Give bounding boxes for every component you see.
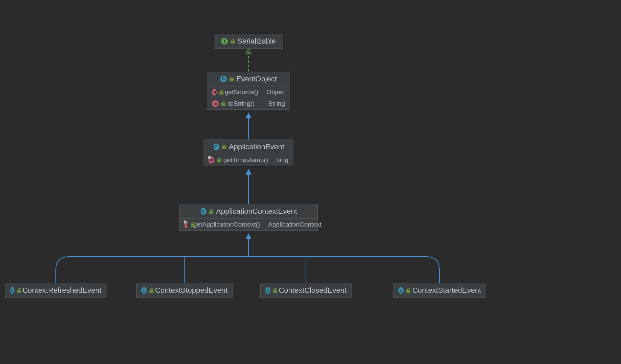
lock-icon [17, 288, 20, 293]
node-header: C ContextClosedEvent [261, 283, 351, 297]
abstract-class-icon: C [200, 208, 207, 215]
method-row: m getTimestamp() long [204, 154, 293, 166]
node-header: C ContextStoppedEvent [137, 283, 232, 297]
return-type: Object [261, 88, 285, 96]
connector-lines [0, 0, 621, 364]
method-icon: m [212, 89, 217, 96]
lock-icon [217, 158, 220, 162]
method-name: getApplicationContext() [193, 221, 260, 228]
class-name: ContextStartedEvent [412, 286, 481, 295]
class-icon: C [10, 287, 15, 294]
method-row: m toString() String [207, 98, 290, 109]
class-name: ContextStoppedEvent [155, 286, 228, 295]
return-type: ApplicationContext [263, 221, 321, 228]
node-header: C EventObject [207, 72, 290, 86]
class-name: ContextClosedEvent [279, 286, 347, 295]
return-type: long [271, 156, 288, 164]
node-header: C ApplicationEvent [204, 140, 293, 154]
node-event-object[interactable]: C EventObject m getSource() Object m toS… [207, 72, 290, 110]
method-row: m getSource() Object [207, 86, 290, 98]
lock-icon [230, 77, 234, 81]
node-context-started[interactable]: C ContextStartedEvent [393, 283, 486, 298]
abstract-class-icon: C [213, 144, 219, 150]
method-icon: m [184, 221, 188, 228]
interface-icon: I [221, 38, 228, 45]
node-header: C ContextRefreshedEvent [5, 283, 106, 297]
class-icon: C [265, 287, 270, 294]
node-application-event[interactable]: C ApplicationEvent m getTimestamp() long [204, 139, 293, 166]
node-context-stopped[interactable]: C ContextStoppedEvent [136, 283, 233, 298]
lock-icon [231, 39, 235, 44]
node-header: I Serializable [214, 34, 283, 48]
class-name: Serializable [237, 37, 276, 46]
method-row: m getApplicationContext() ApplicationCon… [180, 219, 317, 230]
node-header: C ApplicationContextEvent [180, 204, 317, 219]
node-context-closed[interactable]: C ContextClosedEvent [260, 283, 352, 298]
class-name: EventObject [236, 75, 277, 83]
class-icon: C [141, 287, 147, 294]
lock-icon [209, 209, 213, 214]
lock-icon [221, 101, 225, 106]
lock-icon [273, 288, 276, 293]
diagram-canvas: I Serializable C EventObject m getSource… [0, 0, 621, 364]
node-application-context-event[interactable]: C ApplicationContextEvent m getApplicati… [179, 204, 318, 231]
return-type: String [263, 100, 285, 107]
method-icon: m [209, 157, 214, 163]
method-icon: m [212, 100, 219, 107]
node-header: C ContextStartedEvent [393, 283, 486, 297]
class-icon: C [398, 287, 404, 294]
method-name: toString() [228, 100, 255, 107]
class-icon: C [220, 76, 227, 82]
method-name: getSource() [225, 88, 258, 96]
class-name: ContextRefreshedEvent [22, 286, 101, 295]
lock-icon [149, 288, 152, 293]
node-context-refreshed[interactable]: C ContextRefreshedEvent [5, 283, 106, 298]
class-name: ApplicationEvent [229, 142, 284, 151]
node-serializable[interactable]: I Serializable [214, 34, 283, 49]
lock-icon [219, 90, 222, 95]
lock-icon [222, 145, 226, 149]
method-name: getTimestamp() [223, 156, 268, 164]
class-name: ApplicationContextEvent [216, 207, 297, 216]
lock-icon [406, 288, 410, 293]
